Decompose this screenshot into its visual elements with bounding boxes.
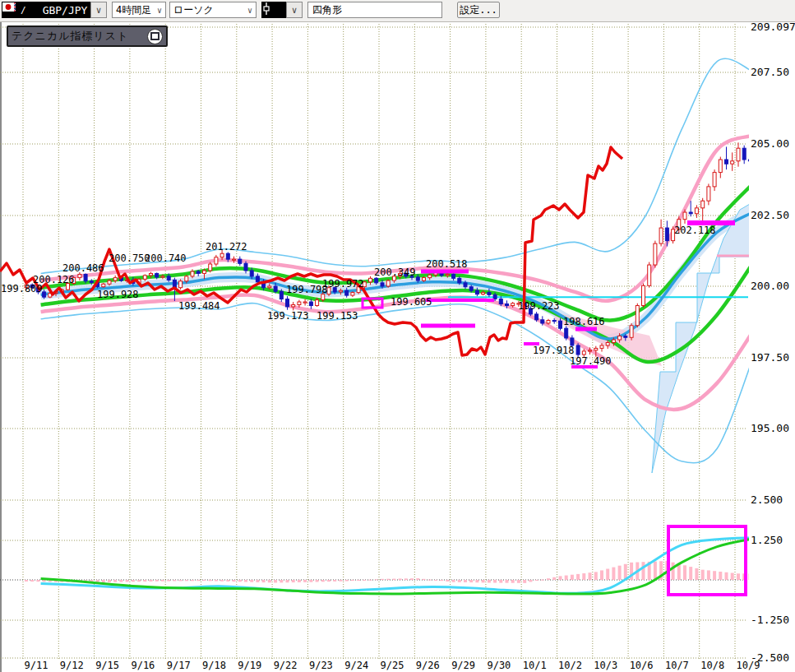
currency-pair-select[interactable]: / GBP/JPY xyxy=(2,2,90,18)
chart-type-select[interactable]: ローソク ∨ xyxy=(169,2,257,18)
chevron-down-icon: ∨ xyxy=(292,5,298,16)
x-axis-date-label: 10/6 xyxy=(630,660,654,671)
x-axis-date-label: 9/12 xyxy=(60,660,84,671)
y-axis-label: 197.50 xyxy=(751,351,789,364)
price-label: 199.153 xyxy=(317,310,358,322)
x-axis-date-label: 9/24 xyxy=(344,660,368,671)
restore-icon xyxy=(150,32,159,40)
y-axis-label: -1.250 xyxy=(751,614,789,626)
x-axis-date-label: 10/9 xyxy=(737,660,760,671)
x-axis-date-label: 9/30 xyxy=(487,660,511,671)
price-label: 199.223 xyxy=(518,300,560,312)
x-axis-date-label: 9/26 xyxy=(416,660,440,671)
y-axis-label: 205.00 xyxy=(751,137,789,150)
price-label: 198.616 xyxy=(563,316,605,327)
price-label: 200.750 xyxy=(109,253,150,264)
x-axis-date-label: 10/2 xyxy=(558,660,582,671)
timeframe-select[interactable]: 4時間足 ∨ xyxy=(112,2,166,18)
settings-button[interactable]: 設定... xyxy=(457,2,500,18)
x-axis-date-label: 10/1 xyxy=(523,660,547,671)
price-label: 197.490 xyxy=(570,355,612,367)
x-axis-date-label: 9/19 xyxy=(238,660,261,671)
x-axis-date-label: 10/8 xyxy=(700,660,724,671)
x-axis-date-label: 9/15 xyxy=(95,660,119,671)
price-label: 201.272 xyxy=(206,241,247,253)
y-axis-label: 209.097 xyxy=(751,21,795,33)
currency-pair-dropdown-arrow[interactable]: ∨ xyxy=(90,2,107,18)
price-label: 199.605 xyxy=(391,296,432,308)
x-axis-date-label: 9/16 xyxy=(131,660,155,671)
price-label: 200.740 xyxy=(145,253,187,264)
price-label: 199.173 xyxy=(267,310,309,322)
panel-title: テクニカル指標リスト xyxy=(12,29,128,44)
technical-indicator-list-panel[interactable]: テクニカル指標リスト xyxy=(7,25,168,47)
jpy-flag-icon xyxy=(28,6,41,15)
chart-canvas[interactable]: 199.809200.126200.486200.750200.740199.9… xyxy=(0,0,795,672)
y-axis-label: 200.00 xyxy=(751,280,789,292)
price-label: 199.798 xyxy=(286,284,328,295)
line-style-dropdown-arrow[interactable]: ∨ xyxy=(286,2,303,18)
price-label: 199.972 xyxy=(322,278,364,290)
currency-pair-label: GBP/JPY xyxy=(43,4,88,16)
line-style-select[interactable] xyxy=(261,2,286,18)
chevron-down-icon: ∨ xyxy=(96,5,102,16)
restore-window-button[interactable] xyxy=(147,29,163,44)
y-axis-label: 207.50 xyxy=(751,66,789,78)
x-axis-date-label: 9/17 xyxy=(167,660,191,671)
y-axis-label: 2.500 xyxy=(751,494,783,506)
settings-button-label: 設定... xyxy=(460,3,497,17)
price-label: 200.486 xyxy=(62,262,104,274)
x-axis-date-label: 9/29 xyxy=(451,660,475,671)
drawing-tool-value: 四角形 xyxy=(312,3,342,17)
price-label: 202.118 xyxy=(674,225,716,236)
timeframe-label: 4時間足 xyxy=(116,3,151,17)
fx-chart-window: { "toolbar": { "pair": "GBP/JPY", "pair_… xyxy=(0,0,795,672)
x-axis-date-label: 9/11 xyxy=(25,660,49,671)
x-axis-date-label: 9/18 xyxy=(202,660,226,671)
x-axis-date-label: 9/22 xyxy=(274,660,298,671)
toolbar: / GBP/JPY ∨ 4時間足 ∨ ローソク ∨ ∨ 四角形 xyxy=(0,0,795,22)
drawing-tool-input[interactable]: 四角形 xyxy=(307,2,442,18)
x-axis-date-label: 10/7 xyxy=(665,660,689,671)
price-label: 199.928 xyxy=(97,289,139,300)
pair-slash: / xyxy=(21,5,26,16)
chevron-down-icon: ∨ xyxy=(247,6,252,15)
y-axis-label: 195.00 xyxy=(751,422,789,434)
price-label: 197.918 xyxy=(533,345,575,356)
price-label: 200.349 xyxy=(374,266,416,278)
x-axis-date-label: 9/23 xyxy=(309,660,333,671)
price-label: 199.484 xyxy=(178,300,220,312)
chart-type-label: ローソク xyxy=(173,3,214,17)
x-axis-date-label: 9/25 xyxy=(381,660,404,671)
chevron-down-icon: ∨ xyxy=(157,6,162,15)
price-label: 200.518 xyxy=(426,258,468,270)
price-label: 200.126 xyxy=(33,274,75,285)
y-axis-label: 202.50 xyxy=(751,209,789,221)
y-axis-label: 1.250 xyxy=(751,534,783,546)
x-axis-date-label: 10/3 xyxy=(594,660,617,671)
